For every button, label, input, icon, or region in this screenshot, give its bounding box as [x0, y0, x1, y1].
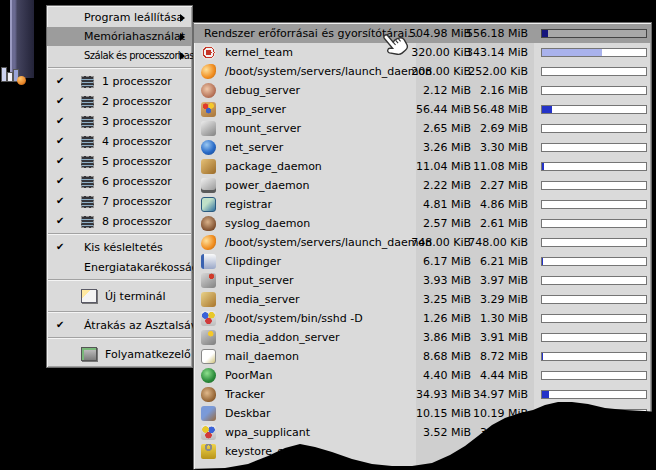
wpa-icon: [201, 425, 216, 440]
menu-item-label: Energiatakarékosság: [84, 261, 199, 274]
check-icon: ✔: [56, 96, 68, 106]
memory-bar-fill: [542, 163, 544, 170]
memory-value-2: 11.08 MiB: [458, 157, 528, 176]
process-name: PoorMan: [225, 366, 272, 385]
menu-item-2-processzor[interactable]: ✔ 2 processzor: [47, 91, 192, 111]
process-row[interactable]: wpa_supplicant 3.52 MiB 3.56 MiB: [194, 423, 651, 442]
memory-value-2: 1.30 MiB: [458, 309, 528, 328]
process-row[interactable]: syslog_daemon 2.57 MiB 2.61 MiB: [194, 214, 651, 233]
process-name: net_server: [225, 138, 283, 157]
memory-value-1: 320.00 KiB: [351, 43, 471, 62]
process-row[interactable]: keystore_server: [194, 442, 651, 461]
menu-item-mem-riahaszn-lat[interactable]: Memóriahasználat: [47, 27, 192, 46]
menu-item-label: 7 processzor: [102, 195, 172, 208]
memory-value-1: 208.00 KiB: [351, 62, 471, 81]
memory-value-1: 11.04 MiB: [351, 157, 471, 176]
menu-item-energiatakar-koss-g[interactable]: Energiatakarékosság: [47, 257, 192, 277]
processcontroller-menu: Program leállítása Memóriahasználat Szál…: [46, 5, 193, 368]
process-row[interactable]: /boot/system/servers/launch_daemon 748.0…: [194, 233, 651, 252]
process-name: mount_server: [225, 119, 301, 138]
process-row[interactable]: app_server 56.44 MiB 56.48 MiB: [194, 100, 651, 119]
memory-value-2: 343.14 MiB: [458, 43, 528, 62]
package-icon: [201, 159, 216, 174]
memory-value-1: 6.17 MiB: [351, 252, 471, 271]
processcontroller-tray-icon[interactable]: [0, 62, 30, 88]
memory-value-1: 10.15 MiB: [351, 404, 471, 423]
memory-value-2: 6.21 MiB: [458, 252, 528, 271]
menu-item-5-processzor[interactable]: ✔ 5 processzor: [47, 151, 192, 171]
process-row[interactable]: input_server 3.93 MiB 3.97 MiB: [194, 271, 651, 290]
process-row[interactable]: kernel_team 320.00 KiB 343.14 MiB: [194, 43, 651, 62]
menu-item-1-processzor[interactable]: ✔ 1 processzor: [47, 71, 192, 91]
process-row[interactable]: Tracker 34.93 MiB 34.97 MiB: [194, 385, 651, 404]
memory-bar: [541, 200, 647, 209]
memory-bar: [541, 295, 647, 304]
memory-bar: [541, 276, 647, 285]
check-icon: ✔: [56, 76, 68, 86]
clipdinger-icon: [201, 254, 216, 269]
menu-item-8-processzor[interactable]: ✔ 8 processzor: [47, 211, 192, 231]
desktop: Program leállítása Memóriahasználat Szál…: [0, 0, 656, 470]
memory-value-1: 3.52 MiB: [351, 423, 471, 442]
process-row[interactable]: mount_server 2.65 MiB 2.69 MiB: [194, 119, 651, 138]
menu-item--trak-s-az-asztals-vra[interactable]: ✔ Átrakás az Asztalsávra: [47, 315, 192, 335]
menu-item-label: Kis késleltetés: [84, 241, 163, 254]
memory-bar: [541, 447, 647, 456]
memory-value-1: 3.25 MiB: [351, 290, 471, 309]
process-row[interactable]: registrar 4.81 MiB 4.86 MiB: [194, 195, 651, 214]
process-row[interactable]: Deskbar 10.15 MiB 10.19 MiB: [194, 404, 651, 423]
memory-bar: [541, 143, 647, 152]
menu-item-sz-lak-s-processzorhaszn-lat[interactable]: Szálak és processzorhasználat: [47, 46, 192, 65]
sshd-icon: [201, 311, 216, 326]
process-row[interactable]: debug_server 2.12 MiB 2.16 MiB: [194, 81, 651, 100]
check-icon: ✔: [56, 242, 68, 252]
poorman-icon: [201, 368, 216, 383]
process-row[interactable]: media_server 3.25 MiB 3.29 MiB: [194, 290, 651, 309]
process-name: media_addon_server: [225, 328, 340, 347]
menu-item-label: Új terminál: [105, 290, 166, 303]
process-row[interactable]: /boot/system/servers/launch_daemon 208.0…: [194, 62, 651, 81]
process-row[interactable]: Rendszer erőforrásai és gyorsítótárai...…: [194, 24, 651, 43]
process-row[interactable]: media_addon_server 3.86 MiB 3.91 MiB: [194, 328, 651, 347]
memory-usage-submenu: Rendszer erőforrásai és gyorsítótárai...…: [193, 22, 652, 470]
process-name: syslog_daemon: [225, 214, 310, 233]
menu-item--j-termin-l[interactable]: Új terminál: [47, 283, 192, 309]
memory-value-2: 3.56 MiB: [458, 423, 528, 442]
check-icon: ✔: [56, 216, 68, 226]
check-icon: ✔: [56, 116, 68, 126]
memory-value-1: 4.40 MiB: [351, 366, 471, 385]
process-row[interactable]: net_server 3.26 MiB 3.30 MiB: [194, 138, 651, 157]
process-row[interactable]: /boot/system/bin/sshd -D 1.26 MiB 1.30 M…: [194, 309, 651, 328]
check-icon: ✔: [56, 136, 68, 146]
menu-item-3-processzor[interactable]: ✔ 3 processzor: [47, 111, 192, 131]
about-icon: [81, 347, 97, 361]
menu-item-label: 4 processzor: [102, 135, 172, 148]
menu-item-label: 8 processzor: [102, 215, 172, 228]
memory-value-1: 4.81 MiB: [351, 195, 471, 214]
cpu-chip-icon: [81, 136, 94, 148]
menu-item-4-processzor[interactable]: ✔ 4 processzor: [47, 131, 192, 151]
process-name: Tracker: [225, 385, 265, 404]
cpu-chip-icon: [81, 216, 94, 228]
submenu-arrow-icon: [180, 14, 185, 22]
menu-item-program-le-ll-t-sa[interactable]: Program leállítása: [47, 8, 192, 27]
process-row[interactable]: power_daemon 2.22 MiB 2.27 MiB: [194, 176, 651, 195]
process-name: power_daemon: [225, 176, 309, 195]
menu-item-label: 6 processzor: [102, 175, 172, 188]
memory-value-1: 2.57 MiB: [351, 214, 471, 233]
power-icon: [201, 178, 216, 193]
menu-item-label: 5 processzor: [102, 155, 172, 168]
process-name: Clipdinger: [225, 252, 281, 271]
menu-item-7-processzor[interactable]: ✔ 7 processzor: [47, 191, 192, 211]
process-row[interactable]: mail_daemon 8.68 MiB 8.72 MiB: [194, 347, 651, 366]
submenu-arrow-icon: [180, 52, 185, 60]
process-row[interactable]: package_daemon 11.04 MiB 11.08 MiB: [194, 157, 651, 176]
menu-item-label: Memóriahasználat: [84, 30, 185, 43]
menu-item-6-processzor[interactable]: ✔ 6 processzor: [47, 171, 192, 191]
menu-item-kis-k-sleltet-s[interactable]: ✔ Kis késleltetés: [47, 237, 192, 257]
process-row[interactable]: Clipdinger 6.17 MiB 6.21 MiB: [194, 252, 651, 271]
memory-bar-fill: [542, 391, 549, 398]
memory-bar: [541, 162, 647, 171]
menu-item-folyamatkezel-n-vjegye-[interactable]: Folyamatkezelő névjegye...: [47, 341, 192, 367]
process-row[interactable]: PoorMan 4.40 MiB 4.44 MiB: [194, 366, 651, 385]
